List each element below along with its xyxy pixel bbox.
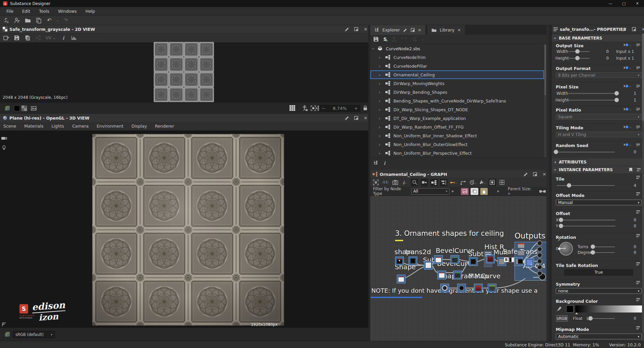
zoom-level[interactable]: 8.74% [333,106,346,111]
instance-parameters-header[interactable]: ›INSTANCE PARAMETERS [552,166,644,173]
output-height-unit[interactable]: Input x 1 [616,56,634,61]
node-tree-icon[interactable] [430,179,438,186]
filter-dropdown[interactable]: All▾ [411,188,449,195]
output-thumb[interactable] [518,243,524,248]
menu-item[interactable]: Windows [54,9,81,14]
export-image-icon[interactable] [3,34,9,41]
material-filter-button[interactable] [480,188,488,195]
new-substance-icon[interactable] [3,17,10,24]
tree-item[interactable]: ›CurveNodePillar [370,62,544,70]
graph-node-shape-l[interactable] [397,275,406,283]
graph-node-curve-g[interactable] [488,284,496,292]
chevron-right-icon[interactable]: › [379,98,382,103]
tree-item[interactable]: ›CurveNodeTrim [370,53,544,62]
elbow-links-icon[interactable] [460,179,467,186]
tree-item[interactable]: ›Dir_Warp_Random_Offset_FF_FFG [370,123,544,131]
info-icon[interactable]: i [384,160,385,166]
output-thumb[interactable] [518,259,523,264]
output-node-icon[interactable] [537,259,542,264]
tree-item[interactable]: ›Bending_Shapes_with_CurveNode_DirWarp_S… [370,96,544,105]
view3d-menu-item[interactable]: Materials [24,124,43,129]
view3d-menu-item[interactable]: Display [131,124,147,129]
graph-node-hist[interactable] [486,255,495,263]
undo-icon[interactable]: ↶ [46,17,53,24]
menu-item[interactable]: Tools [35,9,54,14]
minimize-button[interactable]: — [604,0,617,7]
tree-view-icon[interactable] [373,160,378,165]
luminance-slider[interactable] [589,316,615,321]
output-node-icon[interactable] [537,247,542,252]
filter-more-button[interactable]: » [451,189,454,194]
chevron-right-icon[interactable]: › [379,133,382,138]
param-menu-icon[interactable] [636,176,640,179]
view2d-canvas[interactable] [0,43,368,102]
pin-icon[interactable] [622,26,627,32]
offset-y-slider[interactable] [560,224,615,228]
thumbnail-mode-icon[interactable] [489,179,496,186]
output-format-dropdown[interactable]: 8 Bits per Channel▾ [556,72,642,78]
chevron-right-icon[interactable]: › [379,116,382,121]
pin-icon[interactable] [403,28,408,32]
base-parameters-header[interactable]: ›BASE PARAMETERS [552,34,644,42]
float-window-icon[interactable] [631,26,637,32]
pin-icon[interactable] [344,115,350,121]
close-button[interactable]: ✕ [631,0,644,7]
function-icon[interactable]: ⌄ [624,65,632,70]
param-menu-icon[interactable] [636,108,640,111]
function-icon[interactable]: ⌄ [624,125,632,129]
param-menu-icon[interactable] [636,281,640,284]
float-window-icon[interactable] [532,171,538,177]
tools-icon[interactable]: ⌄ [479,179,486,186]
grid-snap-icon[interactable] [498,179,506,186]
graph-node-ao[interactable] [525,258,534,267]
chevron-right-icon[interactable]: › [379,72,382,77]
tree-item[interactable]: ›Non_Uniform_Blur_Inner_Shadow_Effect [370,131,544,140]
chevron-right-icon[interactable]: › [379,125,382,130]
graph-canvas[interactable]: 3. Ornament shapes for ceiling Outputs N… [370,196,546,341]
function-icon[interactable]: ⌄ [624,142,632,147]
graph-node-bw[interactable] [509,257,514,262]
tile-safe-true-button[interactable]: True [564,269,633,276]
close-tab-icon[interactable]: ✕ [418,28,421,32]
checker-background-swatch[interactable] [21,106,27,111]
close-panel-icon[interactable]: ✕ [363,115,368,121]
close-panel-icon[interactable]: ✕ [542,171,547,177]
graph-note[interactable]: NOTE: If you dont have a gradient on you… [371,287,538,294]
graph-node-gradmap[interactable] [457,284,466,292]
tiling-mode-dropdown[interactable]: H and V Tiling▾ [556,132,642,137]
symmetry-dropdown[interactable]: none▾ [556,288,642,294]
tab-explorer[interactable]: Explorer ✕ [370,25,425,35]
gradient-marker[interactable] [575,312,578,314]
param-menu-icon[interactable] [636,126,640,129]
menu-item[interactable]: Edit [18,9,35,14]
param-menu-icon[interactable] [636,210,640,213]
close-tab-icon[interactable]: ✕ [458,28,461,32]
param-menu-icon[interactable] [636,66,640,69]
search-icon[interactable] [411,179,418,186]
copy-icon[interactable] [24,34,31,41]
close-panel-icon[interactable]: ✕ [363,26,368,32]
grid-icon[interactable] [289,105,296,112]
gradient-bar[interactable] [575,305,643,312]
info-icon[interactable]: i [60,34,67,41]
layout-corner-icon[interactable] [2,322,6,327]
scale-figure-icon[interactable] [302,105,308,112]
offset-mode-dropdown[interactable]: Manual▾ [556,200,642,205]
chevron-expanded-icon[interactable]: › [371,48,376,49]
output-node-icon[interactable] [537,253,542,258]
tree-item[interactable]: ›DirWarp_Bending_Shapes [370,88,544,96]
tree-item[interactable]: ›DirWarp_MovingWeights [370,79,544,88]
param-menu-icon[interactable] [636,44,640,47]
chevron-right-icon[interactable]: › [379,90,382,95]
tile-slider[interactable] [557,183,615,188]
frame-selection-icon[interactable] [372,179,379,186]
function-icon[interactable]: ⌄ [624,84,632,88]
rotation-dial[interactable] [559,242,573,256]
zoom-actual-icon[interactable]: ‹1:1› [382,179,389,186]
pin-icon[interactable] [344,26,350,32]
pixel-height-slider[interactable] [569,98,616,102]
random-seed-slider[interactable] [556,150,615,154]
param-menu-icon[interactable] [636,85,640,88]
filters-more-button[interactable]: » [497,189,499,194]
param-menu-icon[interactable] [637,168,641,171]
